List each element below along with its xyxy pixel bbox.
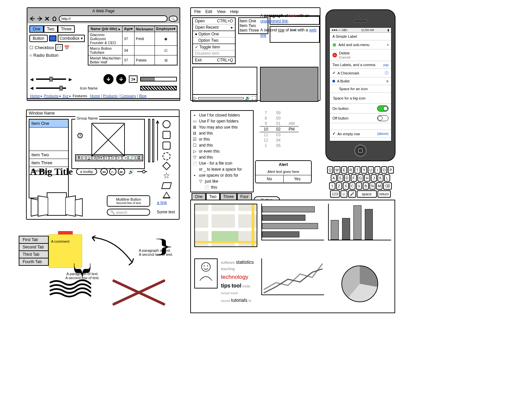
tab-three[interactable]: Three <box>58 25 75 33</box>
fullscreen-icon[interactable]: ⛶ <box>252 95 256 101</box>
url-input[interactable]: http:// <box>59 15 168 22</box>
tab[interactable]: One <box>192 193 206 200</box>
alert-no-button[interactable]: No <box>256 175 284 183</box>
key[interactable]: K <box>377 174 383 182</box>
time-picker[interactable]: 759 800 901AM 1002PM 1103 1204 105 <box>260 110 299 148</box>
h-slider-2[interactable] <box>36 87 66 89</box>
table-row[interactable]: Marco BottonTuttofare 34 ☑ <box>88 46 177 55</box>
link[interactable]: a link <box>157 200 167 205</box>
volume-icon[interactable]: 🔊 <box>245 95 250 101</box>
vtab[interactable]: Second Tab <box>19 243 49 251</box>
tree-item[interactable]: ▷or even this <box>192 148 252 154</box>
nav-link[interactable]: Home <box>90 94 100 98</box>
key[interactable]: G <box>357 174 364 182</box>
key[interactable]: Z <box>336 182 342 190</box>
download-icon[interactable] <box>103 74 113 84</box>
download-icon-2[interactable] <box>116 74 126 84</box>
list-button[interactable]: ≡ <box>104 156 109 160</box>
key[interactable]: V <box>356 182 362 190</box>
menu-item-radio[interactable]: Option Two <box>193 37 235 44</box>
toggle-off[interactable] <box>377 115 388 121</box>
table-row[interactable]: Mariah MaclachlanBetter Half 37 Patata ⊟ <box>88 55 177 65</box>
style-dropdown[interactable]: style▾ <box>92 156 103 160</box>
nav-link[interactable]: Company <box>120 94 136 98</box>
numbers-key[interactable]: 123 <box>330 190 339 198</box>
menu-edit[interactable]: Edit <box>205 9 212 14</box>
h-slider[interactable] <box>36 78 66 80</box>
calendar-icon[interactable]: 📅 <box>64 45 69 50</box>
tree-item[interactable]: ▭Use F for open folders <box>192 118 252 124</box>
forward-icon[interactable] <box>37 16 43 22</box>
italic-button[interactable]: I <box>82 156 86 160</box>
key[interactable]: H <box>364 174 370 182</box>
tree-item[interactable]: ☑or this <box>192 136 252 142</box>
mic-key[interactable]: 🎤 <box>348 190 356 198</box>
date-input[interactable]: / / <box>55 44 63 51</box>
tree-item[interactable]: ▪use spaces or dots for <box>192 172 252 178</box>
tree-item[interactable]: ☐and this <box>192 142 252 148</box>
key[interactable]: X <box>343 182 349 190</box>
back-icon[interactable] <box>29 16 35 22</box>
checkbox[interactable]: ☐ <box>29 45 33 50</box>
crumb[interactable]: Xyz <box>62 94 68 98</box>
map-placeholder[interactable] <box>194 204 257 247</box>
vtab[interactable]: Fourth Tab <box>19 258 49 266</box>
search-input[interactable]: 🔍search <box>107 209 150 216</box>
key[interactable]: J <box>371 174 377 182</box>
menu-help[interactable]: Help <box>230 9 239 14</box>
play-icon[interactable]: ▷ <box>194 95 197 101</box>
nav-link[interactable]: Blog <box>139 94 147 98</box>
key[interactable]: D <box>344 174 350 182</box>
volume-icon[interactable]: 🔊 <box>128 169 134 174</box>
menu-item-radio[interactable]: ● Option One <box>193 31 235 37</box>
menu-item-check[interactable]: ✓ Toggle Item <box>193 44 235 50</box>
bold-button[interactable]: B <box>76 156 81 160</box>
list-item[interactable]: Item Two <box>29 151 68 159</box>
tree-item[interactable]: 📄this <box>192 184 252 190</box>
key[interactable]: Y <box>361 166 367 174</box>
vtab[interactable]: First Tab <box>19 236 49 244</box>
underline-button[interactable]: U <box>86 156 91 160</box>
tree-item[interactable]: 📄Use - for a file icon <box>192 160 252 166</box>
image-button[interactable]: 🖼 <box>136 156 142 160</box>
key[interactable]: B <box>363 182 369 190</box>
forward-button[interactable]: ⏭ <box>118 168 125 175</box>
radio[interactable]: ○ <box>29 53 32 58</box>
indent-button[interactable]: ⇥ <box>122 156 128 160</box>
key[interactable]: Q <box>327 166 333 174</box>
shift-key[interactable]: ⇧ <box>329 182 335 190</box>
key[interactable]: C <box>349 182 355 190</box>
key[interactable]: M <box>376 182 382 190</box>
key[interactable]: E <box>341 166 347 174</box>
key[interactable]: N <box>369 182 375 190</box>
menu-file[interactable]: File <box>194 9 201 14</box>
col-age[interactable]: Age▾ <box>122 26 135 32</box>
tree-item[interactable]: ▽just like <box>192 178 252 184</box>
v-scrollbar[interactable] <box>148 119 150 162</box>
key[interactable]: P <box>388 166 394 174</box>
key[interactable]: T <box>354 166 360 174</box>
coverflow[interactable] <box>30 192 81 216</box>
menu-item[interactable]: OpenCTRL+O <box>193 18 235 24</box>
key[interactable]: S <box>337 174 343 182</box>
rewind-button[interactable]: ⏮ <box>100 168 108 175</box>
vtab[interactable]: Third Tab <box>19 250 49 258</box>
tab-two[interactable]: Two <box>44 25 58 33</box>
volume-slider[interactable] <box>137 169 147 174</box>
home-button[interactable] <box>354 145 366 157</box>
list-item-add[interactable]: ⊕Add and sub-menu› <box>330 40 391 49</box>
key[interactable]: O <box>381 166 387 174</box>
tab[interactable]: Four <box>237 193 252 200</box>
col-nick[interactable]: Nickname <box>135 26 155 32</box>
key[interactable]: I <box>374 166 380 174</box>
combobox[interactable]: ComboBox▾ <box>58 35 85 42</box>
tree-item[interactable]: ⊟and this <box>192 130 252 136</box>
tab-one[interactable]: One <box>29 25 44 33</box>
slider-right-icon[interactable]: ▶ <box>69 77 72 82</box>
key[interactable]: R <box>348 166 354 174</box>
alert-yes-button[interactable]: Yes <box>284 175 311 183</box>
tree-item[interactable]: or _ to leave a space for <box>192 166 252 172</box>
key[interactable]: A <box>331 174 337 182</box>
toggle-on[interactable] <box>377 106 388 112</box>
pointer-left-icon[interactable]: ◀ <box>30 85 33 90</box>
